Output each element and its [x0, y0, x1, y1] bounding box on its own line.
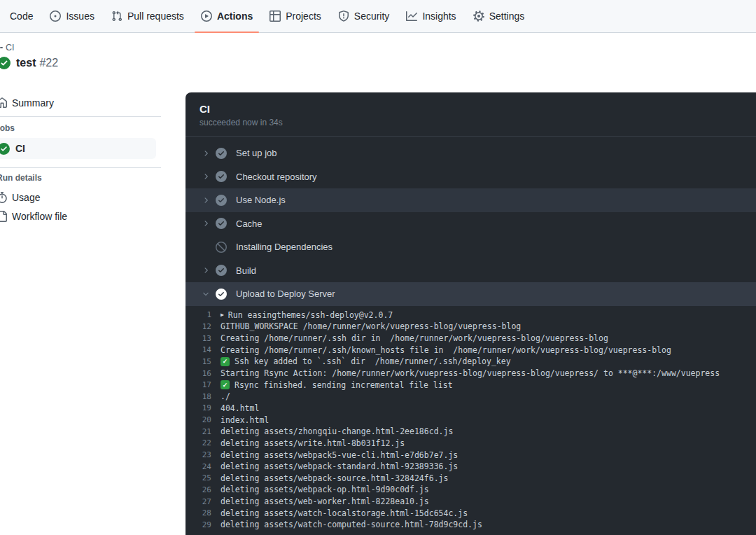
tab-label: Insights	[422, 11, 456, 22]
log-line-number[interactable]: 19	[195, 403, 211, 412]
job-title: CI	[200, 103, 745, 115]
log-line: 29deleting assets/watch-computed-source.…	[186, 519, 756, 531]
log-line: 12GITHUB_WORKSPACE /home/runner/work/vue…	[186, 321, 756, 333]
sidebar-item-label: Summary	[12, 97, 54, 109]
step-row-use-node-js[interactable]: Use Node.js	[186, 188, 756, 212]
run-details-label: Run details	[0, 173, 42, 183]
log-line-number[interactable]: 17	[195, 380, 211, 389]
log-check-icon: ✓	[220, 380, 230, 389]
chevron-right-icon	[202, 172, 210, 181]
chevron-right-icon	[202, 266, 210, 275]
log-check-icon: ✓	[220, 357, 230, 366]
run-success-icon	[0, 57, 10, 69]
tab-label: Security	[354, 11, 390, 22]
step-row-cache[interactable]: Cache	[186, 212, 756, 236]
log-line-number[interactable]: 21	[195, 427, 211, 436]
tab-projects[interactable]: Projects	[263, 0, 328, 32]
run-header: test #22	[0, 55, 58, 71]
issue-icon	[50, 11, 61, 22]
breadcrumb-clipped-icon	[0, 47, 3, 48]
tab-issues[interactable]: Issues	[43, 0, 100, 32]
sidebar-item-label: Workflow file	[12, 211, 67, 222]
run-title: test	[16, 57, 36, 69]
tab-pull-requests[interactable]: Pull requests	[105, 0, 190, 32]
tab-label: Pull requests	[127, 11, 184, 22]
log-line-text: ./	[220, 391, 230, 401]
log-line-text: ✓Ssh key added to `.ssh` dir /home/runne…	[220, 356, 511, 366]
log-line: 16Starting Rsync Action: /home/runner/wo…	[186, 368, 756, 380]
tab-actions[interactable]: Actions	[195, 0, 259, 32]
graph-icon	[406, 11, 417, 22]
step-label: Set up job	[236, 148, 277, 158]
log-line: 17✓Rsync finished. sending incremental f…	[186, 379, 756, 391]
log-line-number[interactable]: 22	[195, 438, 211, 447]
step-label: Build	[236, 265, 256, 276]
tab-label: Issues	[66, 11, 94, 22]
chevron-right-icon	[202, 219, 210, 228]
log-line-number[interactable]: 24	[195, 462, 211, 471]
stopwatch-icon	[0, 192, 8, 203]
step-row-upload-to-deploy-server[interactable]: Upload to Deploy Server	[186, 282, 756, 306]
step-row-set-up-job[interactable]: Set up job	[186, 141, 756, 165]
tab-settings[interactable]: Settings	[467, 0, 531, 32]
log-line-number[interactable]: 27	[195, 497, 211, 506]
sidebar-item-summary[interactable]: Summary	[0, 95, 54, 111]
tab-code[interactable]: Code	[4, 0, 39, 32]
step-label: Upload to Deploy Server	[236, 289, 335, 299]
log-line-text: deleting assets/write.html-8b031f12.js	[220, 438, 405, 448]
log-line-number[interactable]: 28	[195, 508, 211, 517]
log-line: 28deleting assets/watch-localstorage.htm…	[186, 507, 756, 519]
sidebar-job-ci[interactable]: CI	[0, 138, 156, 159]
chevron-right-icon	[202, 149, 210, 158]
log-line-number[interactable]: 15	[195, 357, 211, 366]
gear-icon	[473, 11, 484, 22]
tab-security[interactable]: Security	[332, 0, 396, 32]
tab-insights[interactable]: Insights	[400, 0, 462, 32]
tab-label: Actions	[217, 11, 253, 22]
log-line-number[interactable]: 20	[195, 415, 211, 424]
step-label: Use Node.js	[236, 195, 286, 205]
log-line-text: index.html	[220, 415, 269, 425]
log-line-text: deleting assets/zhongqiu-change.html-2ee…	[220, 426, 453, 436]
log-expand-icon[interactable]: ▶	[220, 312, 224, 318]
log-line-number[interactable]: 23	[195, 450, 211, 459]
step-label: Installing Dependencies	[236, 242, 332, 252]
step-row-installing-dependencies[interactable]: Installing Dependencies	[186, 235, 756, 259]
job-log-panel: CI succeeded now in 34s Set up jobChecko…	[186, 92, 756, 535]
log-line-text: deleting assets/webpack5-vue-cli.html-e7…	[220, 450, 458, 460]
log-line: 18./	[186, 391, 756, 403]
log-line-number[interactable]: 29	[195, 520, 211, 529]
log-line: 23deleting assets/webpack5-vue-cli.html-…	[186, 449, 756, 461]
step-row-checkout-repository[interactable]: Checkout repository	[186, 165, 756, 189]
tab-label: Code	[10, 11, 33, 22]
log-line-number[interactable]: 25	[195, 473, 211, 482]
run-sidebar: CI test #22 Summary Jobs CI Run details …	[0, 33, 163, 535]
log-line: 20index.html	[186, 414, 756, 426]
step-success-icon	[216, 195, 227, 206]
log-line-number[interactable]: 26	[195, 485, 211, 494]
log-line: 13Creating /home/runner/.ssh dir in /hom…	[186, 333, 756, 345]
log-line: 24deleting assets/webpack-standard.html-…	[186, 461, 756, 473]
step-success-icon	[216, 265, 227, 276]
run-number: #22	[39, 57, 58, 69]
breadcrumb-workflow-link[interactable]: CI	[6, 43, 15, 53]
log-line-number[interactable]: 16	[195, 369, 211, 378]
chevron-right-icon	[202, 196, 210, 204]
log-line: 19404.html	[186, 403, 756, 415]
sidebar-item-usage[interactable]: Usage	[0, 189, 40, 206]
job-label: CI	[15, 143, 25, 154]
file-icon	[0, 211, 8, 222]
log-line-number[interactable]: 13	[195, 334, 211, 343]
log-line: 26deleting assets/webpack-op.html-9d90c0…	[186, 484, 756, 496]
step-label: Checkout repository	[236, 172, 317, 182]
log-line-number[interactable]: 18	[195, 392, 211, 401]
play-icon	[201, 11, 212, 22]
log-line-number[interactable]: 1	[195, 310, 211, 319]
sidebar-divider	[0, 116, 161, 117]
log-line-number[interactable]: 14	[195, 345, 211, 354]
sidebar-item-workflow-file[interactable]: Workflow file	[0, 208, 67, 225]
log-line-number[interactable]: 12	[195, 322, 211, 331]
log-line: 21deleting assets/zhongqiu-change.html-2…	[186, 426, 756, 438]
step-row-build[interactable]: Build	[186, 259, 756, 283]
log-line: 27deleting assets/web-worker.html-8228ea…	[186, 496, 756, 508]
